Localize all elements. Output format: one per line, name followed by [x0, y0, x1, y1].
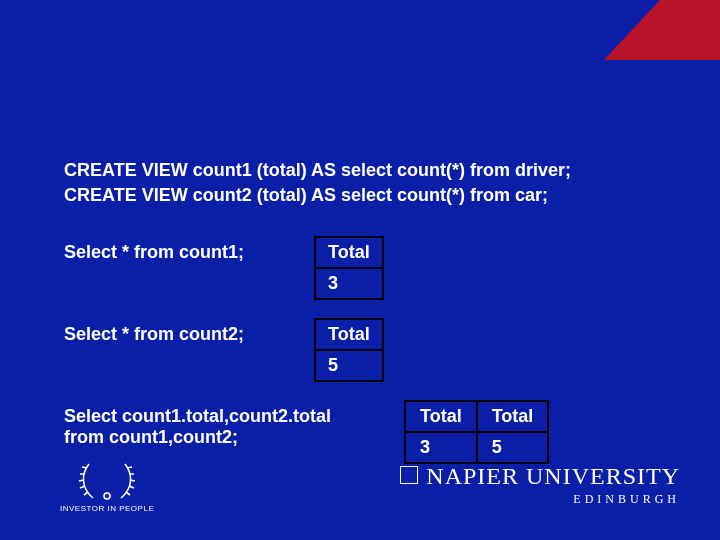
result3-header2: Total	[478, 402, 548, 431]
sql-select-1: Select * from count1;	[64, 236, 314, 263]
investor-in-people-logo: INVESTOR IN PEOPLE	[60, 458, 154, 513]
result-table-1: Total 3	[314, 236, 384, 300]
napier-sub: EDINBURGH	[573, 492, 680, 507]
sql-select-2: Select * from count2;	[64, 318, 314, 345]
napier-main: NAPIER UNIVERSITY	[400, 463, 680, 490]
sql-create-view-1: CREATE VIEW count1 (total) AS select cou…	[64, 158, 664, 183]
sql-select-3b: from count1,count2;	[64, 427, 404, 448]
slide-content: CREATE VIEW count1 (total) AS select cou…	[64, 158, 664, 464]
sql-create-view-2: CREATE VIEW count2 (total) AS select cou…	[64, 183, 664, 208]
sql-select-3: Select count1.total,count2.total from co…	[64, 400, 404, 448]
result-table-2: Total 5	[314, 318, 384, 382]
iip-text: INVESTOR IN PEOPLE	[60, 504, 154, 513]
red-triangle	[604, 0, 720, 60]
sql-select-3a: Select count1.total,count2.total	[64, 406, 404, 427]
napier-university-logo: NAPIER UNIVERSITY EDINBURGH	[400, 463, 680, 507]
result1-header: Total	[316, 238, 382, 267]
result1-value: 3	[316, 267, 382, 298]
corner-decoration	[598, 0, 720, 66]
result2-value: 5	[316, 349, 382, 380]
svg-point-0	[104, 493, 110, 499]
footer: INVESTOR IN PEOPLE NAPIER UNIVERSITY EDI…	[60, 450, 680, 520]
laurel-icon	[75, 458, 139, 502]
napier-box-icon	[400, 466, 418, 484]
result2-header: Total	[316, 320, 382, 349]
napier-main-text: NAPIER UNIVERSITY	[426, 463, 680, 489]
result3-header1: Total	[406, 402, 476, 431]
